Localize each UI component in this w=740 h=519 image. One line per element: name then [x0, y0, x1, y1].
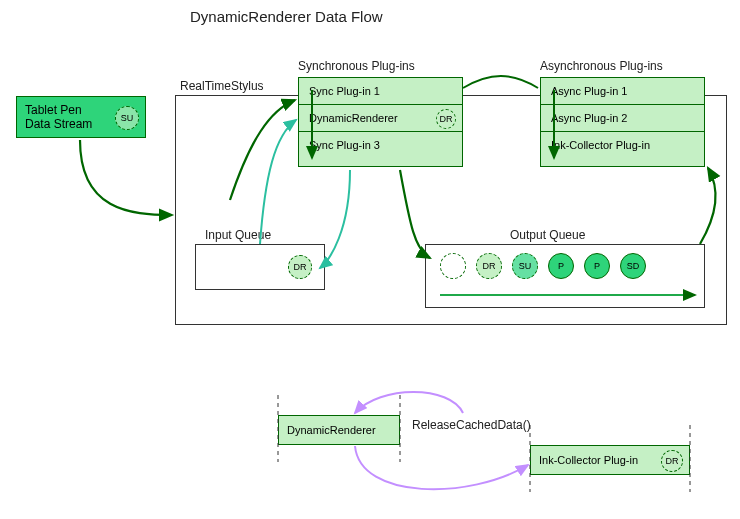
output-queue-box: DR SU P P SD: [425, 244, 705, 308]
sync-plugin-3: Sync Plug-in 3: [299, 132, 462, 158]
oq-badge-5: SD: [620, 253, 646, 279]
dynamic-renderer-badge: DR: [436, 109, 456, 129]
input-queue-badge: DR: [288, 255, 312, 279]
release-cached-data-label: ReleaseCachedData(): [412, 418, 531, 432]
tablet-pen-line1: Tablet Pen: [25, 103, 82, 117]
sync-plugin-2: DynamicRenderer DR: [299, 105, 462, 132]
oq-badge-1: DR: [476, 253, 502, 279]
oq-badge-3: P: [548, 253, 574, 279]
async-plugin-2: Async Plug-in 2: [541, 105, 704, 132]
sync-plugin-column: Sync Plug-in 1 DynamicRenderer DR Sync P…: [298, 77, 463, 167]
output-queue-header: Output Queue: [510, 228, 585, 242]
bottom-ink-badge: DR: [661, 450, 683, 472]
input-queue-box: DR: [195, 244, 325, 290]
oq-badge-4: P: [584, 253, 610, 279]
sync-header: Synchronous Plug-ins: [298, 59, 415, 73]
oq-badge-0: [440, 253, 466, 279]
input-queue-header: Input Queue: [205, 228, 271, 242]
sync-plugin-1: Sync Plug-in 1: [299, 78, 462, 105]
bottom-dyn-label: DynamicRenderer: [287, 424, 376, 436]
oq-badge-2: SU: [512, 253, 538, 279]
diagram-title: DynamicRenderer Data Flow: [190, 8, 383, 25]
bottom-ink-label: Ink-Collector Plug-in: [539, 454, 638, 466]
tablet-pen-badge: SU: [115, 106, 139, 130]
bottom-dynamic-renderer: DynamicRenderer: [278, 415, 400, 445]
tablet-pen-line2: Data Stream: [25, 117, 92, 131]
async-header: Asynchronous Plug-ins: [540, 59, 663, 73]
async-plugin-3: Ink-Collector Plug-in: [541, 132, 704, 158]
async-plugin-1: Async Plug-in 1: [541, 78, 704, 105]
bottom-ink-collector: Ink-Collector Plug-in DR: [530, 445, 690, 475]
async-plugin-column: Async Plug-in 1 Async Plug-in 2 Ink-Coll…: [540, 77, 705, 167]
rts-label: RealTimeStylus: [180, 79, 264, 93]
tablet-pen-box: Tablet Pen Data Stream SU: [16, 96, 146, 138]
sync-plugin-2-label: DynamicRenderer: [309, 112, 398, 124]
